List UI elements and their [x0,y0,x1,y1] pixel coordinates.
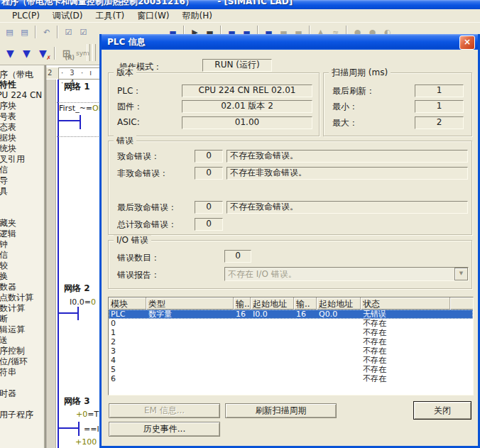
tree-item-逻辑运算[interactable]: 逻辑运算 [0,324,44,335]
tree-item-收藏夹[interactable]: 收藏夹 [0,218,44,229]
upload-icon[interactable]: ▼ [19,45,34,61]
table-row[interactable]: PLC数字量16I0.016Q0.0无错误 [109,310,473,319]
io-group-title: I/O 错误 [114,235,151,245]
tree-item-整数计算[interactable]: 整数计算 [0,303,44,314]
network-divider [57,102,103,103]
ladder-contact-leg[interactable] [80,115,81,129]
tree-item-工具[interactable]: 工具 [0,186,44,197]
version-group-title: 版本 [114,67,136,77]
window-titlebar[interactable]: 程序（带电池卡和调量控制加热控制20031216） - [SIMATIC LAD… [0,0,480,9]
table-cell [294,365,317,374]
ladder-contact-leg[interactable] [77,307,79,320]
tree-spacer [0,197,44,218]
ladder-contact-leg[interactable] [78,422,80,436]
table-header-filler [450,297,473,310]
paste-icon[interactable]: ▤ [18,26,31,38]
symbol-table-icon[interactable]: ⊞(R) [59,45,74,61]
table-cell [146,337,234,346]
toolbar-grip[interactable] [92,44,96,61]
compile-all-icon[interactable]: ☑ [77,26,90,38]
errors-group-title: 错误 [114,136,136,146]
download-icon[interactable]: ▼ [3,45,18,61]
table-row[interactable]: 3不存在 [109,346,473,356]
tree-item-转换[interactable]: 转换 [0,271,44,282]
table-row[interactable]: 2不存在 [109,337,473,346]
tree-item-定时器[interactable]: 定时器 [0,388,44,399]
tree-item-通信[interactable]: 通信 [0,165,44,175]
table-header-4[interactable]: 输.. [294,297,317,310]
ruler-scale: · 3 · ı · 4 [58,67,103,80]
table-row[interactable]: 5不存在 [109,365,473,374]
table-header-6[interactable]: 状态 [361,297,450,310]
menu-item-d[interactable]: 调试(D) [46,9,89,23]
table-header-5[interactable]: 起始地址 [317,297,361,310]
tree-item-时钟[interactable]: 时钟 [0,239,44,250]
tree-item-浮点数计算[interactable]: 浮点数计算 [0,293,44,303]
table-row[interactable]: 1不存在 [109,328,473,337]
errors-group: 错误 致命错误：0不存在致命错误。非致命错误：0不存在非致命错误。最后致命错误：… [108,141,472,235]
tree-item-移位/循环[interactable]: 移位/循环 [0,356,44,367]
table-cell: 5 [109,365,146,374]
tree-item-数据块[interactable]: 数据块 [0,133,44,143]
table-row[interactable]: 6不存在 [109,374,473,383]
ladder-branch-line[interactable] [58,427,80,429]
table-row[interactable]: 4不存在 [109,356,473,365]
tree-item-状态表[interactable]: 状态表 [0,122,44,133]
ladder-editor[interactable]: 2 · · 3 · ı · 4 网络 1 First_~=OFF 网络 2 I0… [45,65,103,448]
tree-item-CPU 224 CN[interactable]: CPU 224 CN [0,90,44,101]
project-tree-root[interactable]: 程序（带电 [0,70,44,80]
tree-item-计数器[interactable]: 计数器 [0,282,44,293]
table-cell: 2 [109,337,146,346]
tree-item-通信[interactable]: 通信 [0,250,44,261]
table-cell: 1 [109,328,146,337]
clear-plc-icon[interactable]: ▼✗ [36,45,50,61]
tree-item-交叉引用[interactable]: 交叉引用 [0,154,44,165]
tree-item-符号表[interactable]: 符号表 [0,111,44,122]
tree-item-系统块[interactable]: 系统块 [0,143,44,154]
undo-icon[interactable]: ↶ [40,26,53,38]
tree-item-程序块[interactable]: 程序块 [0,101,44,111]
tree-item-调用子程序[interactable]: 调用子程序 [0,410,44,420]
table-row[interactable]: 0不存在 [109,319,473,328]
symbol-table-icon-badge: (R) [65,55,75,61]
close-icon[interactable]: × [459,35,475,50]
tree-item-向导[interactable]: 向导 [0,175,44,186]
dialog-titlebar[interactable]: PLC 信息 × [102,34,478,50]
tree-item-传送[interactable]: 传送 [0,335,44,346]
menu-item-h[interactable]: 帮助(H) [175,9,218,23]
refresh-scan-button[interactable]: 刷新扫描周期 [225,403,337,418]
tree-item-程序控制[interactable]: 程序控制 [0,346,44,356]
table-header-2[interactable]: 输.. [234,297,251,310]
copy-icon[interactable]: ▤ [3,26,16,38]
tree-item-中断[interactable]: 中断 [0,314,44,324]
table-header-1[interactable]: 类型 [146,297,234,310]
ladder-branch-line[interactable] [58,312,79,314]
scan-row-value: 2 [415,116,464,129]
tree-item-新特性[interactable]: 新特性 [0,80,44,90]
app-window: 程序（带电池卡和调量控制加热控制20031216） - [SIMATIC LAD… [0,0,480,448]
close-button[interactable]: 关闭 [413,401,471,420]
tree-item-位逻辑[interactable]: 位逻辑 [0,229,44,239]
table-header-3[interactable]: 起始地址 [251,297,294,310]
window-title: 程序（带电池卡和调量控制加热控制20031216） - [SIMATIC LAD… [1,0,293,8]
ladder-branch-line[interactable] [58,120,81,121]
menu-item-t[interactable]: 工具(T) [89,9,131,23]
version-row-label: PLC： [117,85,141,97]
version-row-value: 01.00 [182,116,312,129]
tree-item-字符串[interactable]: 字符串 [0,367,44,378]
history-events-button[interactable]: 历史事件... [109,422,220,437]
tree-item-库[interactable]: 库 [0,399,44,410]
table-cell [234,319,251,328]
toolbar-grip[interactable] [87,44,90,61]
table-cell-filler [450,310,473,319]
em-info-button[interactable]: EM 信息... [109,403,220,418]
compile-icon[interactable]: ☑ [62,26,75,38]
tree-item-表[interactable]: 表 [0,378,44,388]
table-cell [146,365,234,374]
menu-item-plcp[interactable]: PLC(P) [6,10,46,21]
error-count-value: 0 [195,201,223,214]
menu-item-w[interactable]: 窗口(W) [131,9,175,23]
error-report-dropdown[interactable]: 不存在 I/O 错误。 ▼ [224,267,469,281]
table-header-0[interactable]: 模块 [109,297,146,310]
tree-item-比较[interactable]: 比较 [0,261,44,271]
